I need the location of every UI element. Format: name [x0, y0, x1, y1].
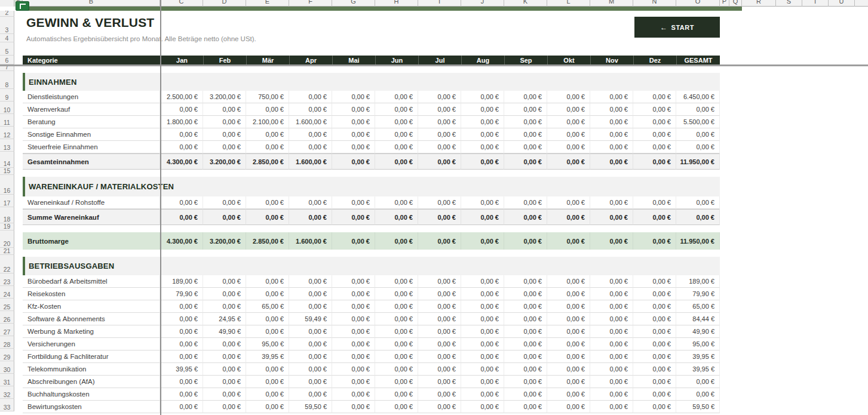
row-header-17[interactable]: 17	[0, 195, 14, 207]
value-cell[interactable]: 0,00 €	[418, 116, 461, 128]
value-cell[interactable]: 0,00 €	[633, 153, 676, 170]
value-cell[interactable]: 0,00 €	[418, 196, 461, 209]
value-cell[interactable]: 3.200,00 €	[203, 232, 246, 250]
value-cell[interactable]: 0,00 €	[633, 141, 676, 153]
value-cell[interactable]: 0,00 €	[332, 288, 375, 300]
value-cell[interactable]: 0,00 €	[332, 338, 375, 351]
value-cell[interactable]: 0,00 €	[461, 325, 504, 338]
value-cell[interactable]: 0,00 €	[547, 116, 590, 128]
value-cell[interactable]: 0,00 €	[375, 91, 418, 103]
value-cell[interactable]: 79,90 €	[160, 288, 203, 300]
column-header-U[interactable]: U	[829, 0, 855, 7]
sheet-shape-icon[interactable]	[16, 1, 29, 11]
column-header-Q[interactable]: Q	[729, 0, 742, 7]
value-cell[interactable]: 0,00 €	[633, 209, 676, 225]
value-cell[interactable]: 0,00 €	[590, 338, 633, 351]
value-cell[interactable]: 0,00 €	[246, 141, 289, 153]
value-cell[interactable]: 0,00 €	[375, 300, 418, 313]
value-cell[interactable]: 0,00 €	[547, 313, 590, 325]
column-header-B[interactable]: B	[23, 0, 160, 7]
category-cell[interactable]: Wareneinkauf / Rohstoffe	[23, 196, 160, 209]
value-cell[interactable]: 0,00 €	[203, 209, 246, 225]
value-cell[interactable]: 0,00 €	[461, 232, 504, 250]
value-cell[interactable]: 0,00 €	[203, 351, 246, 363]
row-header-33[interactable]: 33	[0, 399, 14, 411]
value-cell[interactable]: 4.300,00 €	[160, 153, 203, 170]
value-cell[interactable]: 0,00 €	[203, 401, 246, 413]
row-header-12[interactable]: 12	[0, 127, 14, 139]
value-cell[interactable]: 1.800,00 €	[160, 116, 203, 128]
header-cell-nov[interactable]: Nov	[590, 56, 633, 64]
value-cell[interactable]: 0,00 €	[332, 388, 375, 401]
value-cell[interactable]: 39,95 €	[246, 351, 289, 363]
value-cell[interactable]: 0,00 €	[590, 141, 633, 153]
value-cell[interactable]: 0,00 €	[375, 116, 418, 128]
value-cell[interactable]: 0,00 €	[418, 153, 461, 170]
row-header-2[interactable]: 2	[0, 11, 14, 17]
value-cell[interactable]: 0,00 €	[332, 376, 375, 388]
row-header-15[interactable]: 15	[0, 168, 14, 175]
section-label[interactable]: BETRIEBSAUSGABEN	[23, 257, 114, 275]
column-header-D[interactable]: D	[203, 0, 246, 7]
value-cell[interactable]: 0,00 €	[246, 313, 289, 325]
value-cell[interactable]: 0,00 €	[590, 363, 633, 376]
value-cell[interactable]: 0,00 €	[246, 388, 289, 401]
value-cell[interactable]: 3.200,00 €	[203, 91, 246, 103]
value-cell[interactable]: 0,00 €	[203, 196, 246, 209]
value-cell[interactable]: 0,00 €	[676, 388, 720, 401]
category-cell[interactable]: Warenverkauf	[23, 103, 160, 116]
category-cell[interactable]: Software & Abonnements	[23, 313, 160, 325]
row-header-27[interactable]: 27	[0, 324, 14, 336]
value-cell[interactable]: 0,00 €	[504, 300, 547, 313]
row-header-29[interactable]: 29	[0, 349, 14, 361]
value-cell[interactable]: 0,00 €	[461, 300, 504, 313]
value-cell[interactable]: 0,00 €	[590, 351, 633, 363]
column-header-T[interactable]: T	[802, 0, 829, 7]
value-cell[interactable]: 189,00 €	[160, 275, 203, 288]
column-header-K[interactable]: K	[504, 0, 547, 7]
value-cell[interactable]: 0,00 €	[547, 141, 590, 153]
category-cell[interactable]: Buchhaltungskosten	[23, 388, 160, 401]
value-cell[interactable]: 0,00 €	[590, 209, 633, 225]
value-cell[interactable]: 0,00 €	[160, 351, 203, 363]
row-header-18[interactable]: 18	[0, 207, 14, 223]
value-cell[interactable]: 0,00 €	[633, 388, 676, 401]
header-cell-gesamt[interactable]: GESAMT	[676, 56, 720, 64]
column-header-F[interactable]: F	[289, 0, 332, 7]
value-cell[interactable]: 0,00 €	[504, 128, 547, 141]
value-cell[interactable]: 0,00 €	[590, 325, 633, 338]
value-cell[interactable]: 0,00 €	[332, 141, 375, 153]
value-cell[interactable]: 0,00 €	[160, 376, 203, 388]
category-cell[interactable]: Gesamteinnahmen	[23, 153, 160, 170]
value-cell[interactable]: 0,00 €	[676, 196, 720, 209]
value-cell[interactable]: 0,00 €	[203, 338, 246, 351]
value-cell[interactable]: 0,00 €	[332, 351, 375, 363]
category-cell[interactable]: Dienstleistungen	[23, 91, 160, 103]
value-cell[interactable]: 39,95 €	[676, 363, 720, 376]
value-cell[interactable]: 0,00 €	[461, 141, 504, 153]
value-cell[interactable]: 0,00 €	[203, 300, 246, 313]
value-cell[interactable]: 0,00 €	[332, 103, 375, 116]
value-cell[interactable]: 0,00 €	[504, 388, 547, 401]
category-cell[interactable]: Kfz-Kosten	[23, 300, 160, 313]
value-cell[interactable]: 0,00 €	[547, 351, 590, 363]
value-cell[interactable]: 0,00 €	[461, 363, 504, 376]
value-cell[interactable]: 0,00 €	[547, 153, 590, 170]
value-cell[interactable]: 0,00 €	[504, 275, 547, 288]
value-cell[interactable]: 0,00 €	[590, 401, 633, 413]
row-header-13[interactable]: 13	[0, 139, 14, 152]
header-cell-mai[interactable]: Mai	[332, 56, 375, 64]
value-cell[interactable]: 0,00 €	[332, 232, 375, 250]
value-cell[interactable]: 0,00 €	[332, 313, 375, 325]
value-cell[interactable]: 0,00 €	[633, 232, 676, 250]
value-cell[interactable]: 0,00 €	[375, 401, 418, 413]
value-cell[interactable]: 0,00 €	[547, 363, 590, 376]
value-cell[interactable]: 0,00 €	[418, 313, 461, 325]
value-cell[interactable]: 0,00 €	[203, 128, 246, 141]
value-cell[interactable]: 0,00 €	[246, 376, 289, 388]
value-cell[interactable]: 59,50 €	[676, 401, 720, 413]
value-cell[interactable]: 0,00 €	[289, 351, 332, 363]
header-cell-jul[interactable]: Jul	[418, 56, 461, 64]
value-cell[interactable]: 11.950,00 €	[676, 153, 720, 170]
value-cell[interactable]: 0,00 €	[418, 376, 461, 388]
